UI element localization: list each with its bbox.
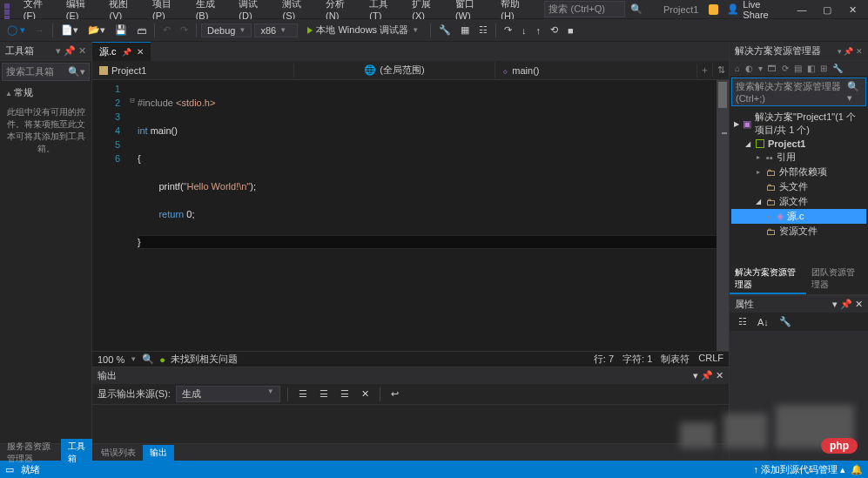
save-button[interactable]: 💾 <box>111 23 131 37</box>
props-cat-button[interactable]: ☷ <box>735 314 750 329</box>
tree-external-deps[interactable]: ▸🗀外部依赖项 <box>731 165 866 179</box>
folder-icon: 🗀 <box>766 167 776 178</box>
live-share-button[interactable]: 👤 Live Share <box>722 0 788 20</box>
code-editor[interactable]: 123456 ⊟ #include <stdio.h> int main() {… <box>92 80 729 351</box>
nav-member-combo[interactable]: ⬦main() <box>495 64 697 77</box>
sln-btn-7[interactable]: ◧ <box>805 63 817 74</box>
sln-btn-4[interactable]: 🗔 <box>766 63 778 74</box>
pin-icon[interactable]: ▾ 📌 ✕ <box>56 45 86 57</box>
output-btn-1[interactable]: ☰ <box>295 387 311 401</box>
tree-resources[interactable]: 🗀资源文件 <box>731 224 866 239</box>
tab-toolbox[interactable]: 工具箱 <box>61 439 92 467</box>
tab-source-c[interactable]: 源.c 📌 ✕ <box>92 42 151 61</box>
props-az-button[interactable]: A↓ <box>754 314 772 329</box>
titlebar: 文件(F) 编辑(E) 视图(V) 项目(P) 生成(B) 调试(D) 测试(S… <box>0 0 868 19</box>
tool-btn-2[interactable]: ▦ <box>457 23 473 37</box>
props-pin-close[interactable]: ▾ 📌 ✕ <box>832 299 863 310</box>
tree-source-file[interactable]: ▸◈源.c <box>731 209 866 224</box>
tab-server-explorer[interactable]: 服务器资源管理器 <box>0 439 61 467</box>
sln-btn-2[interactable]: ◐ <box>744 63 755 74</box>
no-issues-icon: ● <box>159 354 165 365</box>
output-pin-close[interactable]: ▾ 📌 ✕ <box>693 370 723 381</box>
stop-button[interactable]: ■ <box>564 24 577 37</box>
admin-shield-icon <box>709 4 718 15</box>
tab-team-explorer[interactable]: 团队资源管理器 <box>806 265 868 294</box>
restart-button[interactable]: ⟲ <box>547 23 562 37</box>
step-into-button[interactable]: ↓ <box>518 24 530 37</box>
indent-mode[interactable]: 制表符 <box>661 353 690 366</box>
code-content[interactable]: #include <stdio.h> int main() { printf("… <box>138 80 729 351</box>
solution-explorer-title: 解决方案资源管理器 <box>735 44 821 57</box>
tree-project[interactable]: ◢Project1 <box>731 138 866 150</box>
search-icon[interactable]: 🔍 <box>630 3 643 15</box>
close-tab-icon[interactable]: ✕ <box>137 47 144 57</box>
sln-toolbar: ⌂ ◐ ▾ 🗔 ⟳ ▤ ◧ ⊞ 🔧 <box>730 61 868 76</box>
quick-search-input[interactable]: 搜索 (Ctrl+Q) <box>544 1 624 17</box>
notifications-icon[interactable]: 🔔 <box>851 464 863 475</box>
nav-scope-combo[interactable]: 🌐(全局范围) <box>294 62 496 78</box>
sln-pin-close[interactable]: ▾ 📌 ✕ <box>838 47 863 56</box>
platform-dropdown[interactable]: x86▼ <box>254 24 298 37</box>
sln-btn-3[interactable]: ▾ <box>757 63 764 74</box>
save-all-button[interactable]: 🗃 <box>133 24 150 37</box>
tab-error-list[interactable]: 错误列表 <box>94 445 143 461</box>
props-btn-3[interactable]: 🔧 <box>776 314 795 329</box>
sln-btn-6[interactable]: ▤ <box>792 63 804 74</box>
new-button[interactable]: 📄▾ <box>57 23 82 37</box>
redo-button[interactable]: ↷ <box>177 23 192 37</box>
nav-project-combo[interactable]: Project1 <box>92 64 294 77</box>
line-gutter: 123456 <box>92 80 127 351</box>
tab-output[interactable]: 输出 <box>143 445 174 461</box>
open-button[interactable]: 📂▾ <box>84 23 109 37</box>
start-debug-button[interactable]: 本地 Windows 调试器▼ <box>300 22 426 38</box>
nav-forward-button[interactable]: → <box>31 24 48 37</box>
properties-body[interactable] <box>730 331 868 461</box>
split-v-button[interactable]: ⇅ <box>713 64 729 76</box>
properties-panel: 属性 ▾ 📌 ✕ ☷ A↓ 🔧 <box>730 295 868 461</box>
toolbox-search-input[interactable]: 搜索工具箱🔍▾ <box>2 63 90 81</box>
maximize-button[interactable]: ▢ <box>816 2 839 17</box>
step-out-button[interactable]: ↑ <box>533 24 545 37</box>
window-title: Project1 <box>646 4 698 15</box>
undo-button[interactable]: ↶ <box>159 23 174 37</box>
tool-btn-3[interactable]: ☷ <box>475 23 491 37</box>
split-button[interactable]: ＋ <box>697 64 713 77</box>
tree-references[interactable]: ▸▪▪引用 <box>731 150 866 165</box>
pin-icon[interactable]: 📌 <box>122 48 131 57</box>
tab-solution-explorer[interactable]: 解决方案资源管理器 <box>730 265 806 294</box>
line-ending[interactable]: CRLF <box>698 353 723 366</box>
sln-home-icon[interactable]: ⌂ <box>733 63 742 74</box>
step-over-button[interactable]: ↷ <box>501 23 515 37</box>
sln-refresh-icon[interactable]: ⟳ <box>780 63 791 74</box>
minimize-button[interactable]: ― <box>790 2 813 17</box>
globe-icon: 🌐 <box>364 64 376 76</box>
output-btn-2[interactable]: ☰ <box>316 387 332 401</box>
add-source-control[interactable]: ↑ 添加到源代码管理 ▴ <box>753 463 845 476</box>
sln-btn-8[interactable]: ⊞ <box>818 63 829 74</box>
tool-btn-1[interactable]: 🔧 <box>435 23 454 37</box>
issue-search-icon[interactable]: 🔍 <box>142 353 154 365</box>
bottom-left-tabs: 服务器资源管理器 工具箱 <box>0 443 92 461</box>
output-wrap-button[interactable]: ↩ <box>387 387 402 401</box>
tree-solution[interactable]: ▶▣解决方案"Project1"(1 个项目/共 1 个) <box>731 110 866 138</box>
bottom-center-tabs: 错误列表 输出 <box>92 443 729 461</box>
output-source-dropdown[interactable]: 生成▼ <box>176 386 280 402</box>
tree-sources[interactable]: ◢🗀源文件 <box>731 194 866 209</box>
vertical-scrollbar[interactable] <box>717 80 729 351</box>
toolbox-group-general[interactable]: 常规 <box>2 84 90 101</box>
document-tabs: 源.c 📌 ✕ <box>92 42 729 61</box>
tree-headers[interactable]: 🗀头文件 <box>731 179 866 194</box>
output-clear-button[interactable]: ✕ <box>358 387 373 401</box>
output-body[interactable] <box>92 405 729 443</box>
refs-icon: ▪▪ <box>766 152 773 163</box>
config-dropdown[interactable]: Debug▼ <box>201 24 252 37</box>
fold-column[interactable]: ⊟ <box>127 80 138 351</box>
output-title: 输出 <box>98 369 117 382</box>
sln-search-input[interactable]: 搜索解决方案资源管理器(Ctrl+;)🔍▾ <box>731 77 866 106</box>
sln-btn-9[interactable]: 🔧 <box>831 63 844 74</box>
toolbox-header: 工具箱 ▾ 📌 ✕ <box>0 42 91 61</box>
output-btn-3[interactable]: ☰ <box>337 387 353 401</box>
nav-back-button[interactable]: ◯ ▾ <box>3 23 29 37</box>
zoom-level[interactable]: 100 % <box>98 354 124 365</box>
close-button[interactable]: ✕ <box>841 2 865 17</box>
